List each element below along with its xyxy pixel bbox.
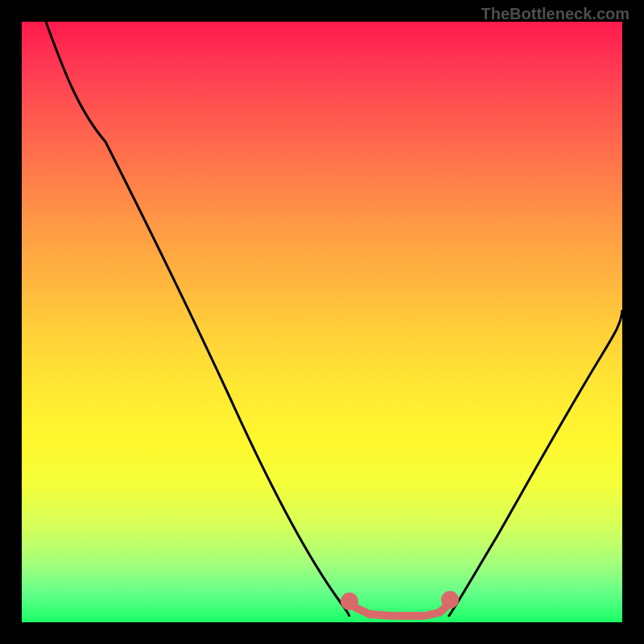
svg-line-1	[356, 608, 366, 613]
svg-line-2	[369, 614, 392, 616]
valley-markers	[345, 595, 455, 616]
plot-area	[22, 22, 622, 622]
left-curve	[46, 22, 349, 617]
svg-point-0	[345, 597, 354, 606]
watermark-text: TheBottleneck.com	[481, 5, 630, 23]
chart-container: TheBottleneck.com	[0, 0, 644, 644]
right-curve	[448, 310, 622, 617]
svg-point-6	[445, 595, 455, 605]
chart-svg	[22, 22, 622, 622]
